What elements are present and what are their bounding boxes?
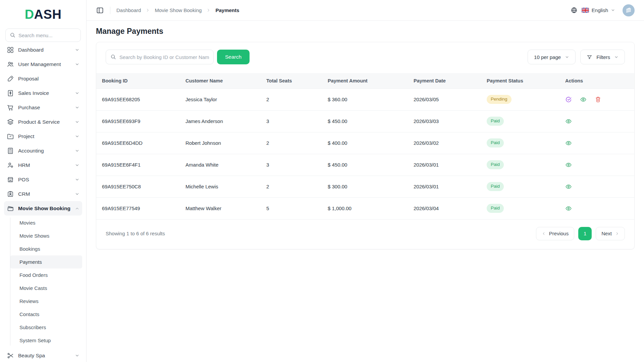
view-button[interactable] [565,183,572,190]
chevron-down-icon [611,8,615,12]
sidebar-item-dashboard[interactable]: Dashboard [4,45,82,57]
trash-icon [595,96,601,103]
sidebar-item-label: Beauty Spa [18,353,71,359]
total-seats-cell: 2 [261,132,322,154]
sidebar-item-movie-show-booking[interactable]: Movie Show Booking [4,201,82,216]
breadcrumb-current: Payments [215,7,239,13]
sidebar-item-product-and-service[interactable]: Product & Service [4,115,82,129]
sidebar-item-accounting[interactable]: Accounting [4,143,82,158]
view-button[interactable] [580,96,587,103]
language-selector[interactable]: English [582,7,615,13]
payment-date-cell: 2026/03/01 [408,176,481,197]
sidebar-subitem-subscribers[interactable]: Subscribers [10,321,82,334]
view-button[interactable] [565,162,572,168]
status-badge: Paid [487,117,504,125]
view-button[interactable] [565,140,572,146]
table-row: 69A915EE750C8Michelle Lewis2$ 300.002026… [96,176,634,197]
sidebar-item-hrm[interactable]: HRM [4,158,82,172]
payment-amount-cell: $ 450.00 [322,154,408,176]
grid-icon [7,46,14,54]
sidebar-item-beauty-spa[interactable]: Beauty Spa [4,348,82,362]
avatar[interactable] [623,4,635,16]
sidebar-menu: DashboardUser ManagementProposalSales In… [0,45,86,362]
booking-id-cell: 69A915EE68205 [96,88,180,110]
approve-button[interactable] [565,96,572,103]
table-head: Booking IDCustomer NameTotal SeatsPaymen… [96,73,634,88]
payment-date-cell: 2026/03/03 [408,110,481,132]
sidebar-subitem-movies[interactable]: Movies [10,216,82,229]
table-row: 69A915EE6F4F1Amanda White3$ 450.002026/0… [96,154,634,176]
sidebar-item-proposal[interactable]: Proposal [4,71,82,86]
store-icon [7,176,14,183]
sidebar-item-crm[interactable]: CRM [4,187,82,201]
sidebar-toggle-icon[interactable] [96,6,104,14]
breadcrumb-movie-show-booking[interactable]: Movie Show Booking [155,7,202,13]
chevron-left-icon [542,232,546,236]
sidebar-subitem-movie-shows[interactable]: Movie Shows [10,229,82,242]
chevron-down-icon [75,148,79,153]
page-number-button[interactable]: 1 [578,227,592,240]
sidebar-item-sales-invoice[interactable]: Sales Invoice [4,86,82,100]
table-row: 69A915EE68205Jessica Taylor2$ 360.002026… [96,88,634,110]
app-logo[interactable]: DASH [0,0,86,26]
actions-cell [560,176,634,197]
per-page-select[interactable]: 10 per page [528,50,576,64]
table-search [106,50,214,64]
table-row: 69A915EE77549Matthew Walker5$ 1,000.0020… [96,197,634,219]
payment-date-cell: 2026/03/05 [408,88,481,110]
sidebar-subitem-reviews[interactable]: Reviews [10,295,82,308]
main-area: Dashboard Movie Show Booking Payments En… [87,0,644,362]
column-header-payment-date: Payment Date [408,73,481,88]
payments-card: Search 10 per page Filters [96,42,635,249]
globe-icon[interactable] [571,7,578,14]
sidebar-subitem-system-setup[interactable]: System Setup [10,334,82,347]
filters-button[interactable]: Filters [580,50,625,64]
sidebar-item-label: CRM [18,191,71,197]
language-label: English [592,7,608,13]
payment-amount-cell: $ 300.00 [322,176,408,197]
total-seats-cell: 3 [261,154,322,176]
sidebar-subitem-bookings[interactable]: Bookings [10,242,82,255]
status-badge: Paid [487,160,504,169]
chevron-down-icon [75,48,79,52]
sidebar-subitem-contacts[interactable]: Contacts [10,308,82,321]
sidebar-subitem-movie-casts[interactable]: Movie Casts [10,282,82,295]
column-header-payment-amount: Payment Amount [322,73,408,88]
actions-cell [560,132,634,154]
sidebar-item-user-management[interactable]: User Management [4,57,82,71]
previous-page-button[interactable]: Previous [536,227,574,240]
sidebar: DASH DashboardUser ManagementProposalSal… [0,0,87,362]
eye-icon [565,162,572,168]
sidebar-item-label: Movie Show Booking [18,205,71,212]
breadcrumb-dashboard[interactable]: Dashboard [116,7,141,13]
actions-cell [560,197,634,219]
next-page-button[interactable]: Next [596,227,625,240]
payment-date-cell: 2026/03/01 [408,154,481,176]
delete-button[interactable] [595,96,601,103]
sidebar-item-purchase[interactable]: Purchase [4,100,82,115]
folder-icon [7,133,14,140]
view-button[interactable] [565,118,572,125]
search-button[interactable]: Search [217,50,250,64]
previous-label: Previous [549,231,569,236]
calculator-icon [7,147,14,155]
toolbar-right: 10 per page Filters [528,50,625,64]
sidebar-item-project[interactable]: Project [4,129,82,143]
invoice-icon [7,89,14,97]
sidebar-subitem-food-orders[interactable]: Food Orders [10,268,82,282]
topbar: Dashboard Movie Show Booking Payments En… [87,0,644,21]
sidebar-item-label: HRM [18,162,71,168]
pagination: Previous 1 Next [536,227,625,240]
view-button[interactable] [565,205,572,212]
chevron-down-icon [75,134,79,139]
scissors-icon [7,352,14,359]
sidebar-search-input[interactable] [5,28,81,42]
sidebar-item-pos[interactable]: POS [4,172,82,187]
payment-date-cell: 2026/03/02 [408,132,481,154]
header-row: Booking IDCustomer NameTotal SeatsPaymen… [96,73,634,88]
sidebar-subitem-payments[interactable]: Payments [10,255,82,268]
content: Manage Payments Search 10 per page [87,21,644,362]
results-summary: Showing 1 to 6 of 6 results [106,231,165,236]
table-search-input[interactable] [106,50,214,64]
table-row: 69A915EE6D4DDRobert Johnson2$ 400.002026… [96,132,634,154]
